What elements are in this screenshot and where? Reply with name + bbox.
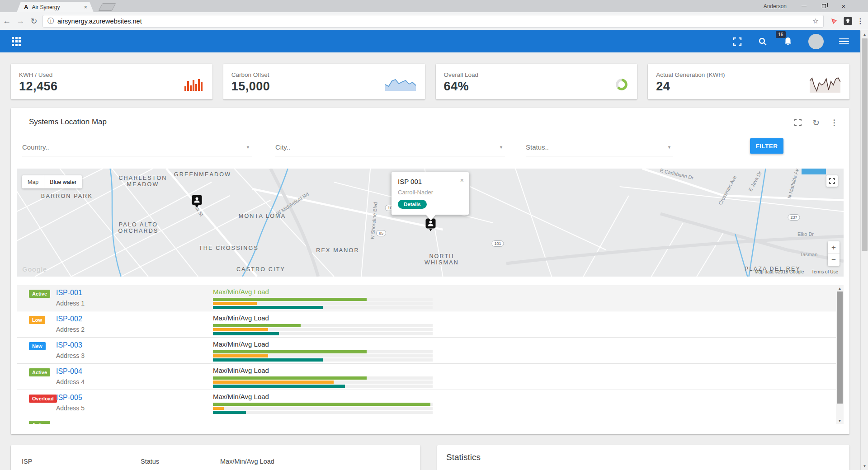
back-button[interactable]: ← [0,16,14,26]
map-fullscreen-button[interactable] [826,175,838,187]
status-badge: New [29,342,46,350]
filter-button[interactable]: FILTER [750,138,783,154]
isp-row[interactable]: LowISP-002Address 2Max/Min/Avg Load [17,311,844,338]
zoom-in-button[interactable]: + [828,241,840,254]
kpi-row: KWH / Used 12,456 Carbon Offset 15,000 O… [11,64,849,99]
tab-title: Air Synergy [32,4,83,10]
notifications-bell-icon[interactable]: 16 [783,37,793,47]
new-tab-button[interactable] [98,3,116,11]
forward-button[interactable]: → [14,16,27,26]
map-area-label: CHARLESTONMEADOW [118,175,167,188]
app-top-bar: 16 [0,30,860,52]
isp-link[interactable]: ISP-001 [56,289,82,297]
isp-link[interactable]: ISP-003 [56,341,82,349]
isp-address: Address 5 [56,404,85,412]
load-bar-track [213,376,433,380]
url-text[interactable]: airsynergy.azurewebsites.net [57,18,812,25]
country-select[interactable]: Country.. ▼ [22,138,252,156]
isp-address: Address 1 [56,300,85,307]
window-close-button[interactable]: × [834,0,854,12]
bookmark-star-icon[interactable]: ☆ [812,17,819,25]
load-bar-avg [213,385,345,388]
map-filters: Country.. ▼ City.. ▼ Status.. ▼ FILTER [17,138,844,156]
kpi-value: 24 [656,80,725,94]
page-scrollbar-thumb[interactable] [862,38,868,251]
map-marker-icon[interactable] [192,195,202,210]
mini-area-chart [385,78,416,93]
map-type-blue-water-button[interactable]: Blue water [44,175,82,188]
menu-hamburger-icon[interactable] [839,37,849,46]
window-restore-button[interactable] [814,0,834,12]
apps-grid-icon[interactable] [11,37,21,47]
scroll-down-icon[interactable]: ▼ [836,418,844,424]
tab-close-icon[interactable]: × [83,4,88,10]
status-select[interactable]: Status.. ▼ [526,138,673,156]
map-area-label: REX MANOR [316,247,359,254]
isp-link[interactable]: ISP-004 [56,367,82,376]
load-bar-track [213,381,433,384]
page-info-icon[interactable]: ⓘ [47,17,54,25]
isp-row[interactable]: ActiveISP-004Address 4Max/Min/Avg Load [17,364,844,390]
card-refresh-icon[interactable]: ↻ [812,118,820,127]
statistics-title: Statistics [446,452,840,462]
window-minimize-button[interactable] [794,0,814,12]
load-bar-min [213,381,334,384]
load-bar-max [213,403,430,406]
highway-shield: 85 [376,230,386,236]
load-bar-track [213,324,433,327]
isp-list: ActiveISP-001Address 1Max/Min/Avg LoadLo… [17,285,844,424]
google-map[interactable]: Map Blue water + − ISP 001 × Carroll-Nad… [17,169,844,277]
terms-of-use-link[interactable]: Terms of Use [811,269,838,274]
isp-link[interactable]: ISP-005 [56,394,82,402]
details-button[interactable]: Details [398,200,427,209]
card-kebab-icon[interactable]: ⋮ [830,118,838,127]
isp-table-card: ISP Status Max/Min/Avg Load [11,445,420,470]
browser-tab[interactable]: A Air Synergy × [17,2,94,12]
extension-icon-red[interactable] [827,17,841,25]
isp-row[interactable]: OverloadISP-005Address 5Max/Min/Avg Load [17,390,844,416]
isp-row[interactable]: Active [17,416,844,424]
site-favicon: A [24,4,28,10]
load-bar-track [213,302,433,305]
address-bar[interactable]: ⓘ airsynergy.azurewebsites.net ☆ [42,15,824,28]
load-label: Max/Min/Avg Load [213,340,433,348]
isp-link[interactable]: ISP-002 [56,315,82,323]
chevron-down-icon: ▼ [667,145,671,150]
zoom-out-button[interactable]: − [828,254,840,266]
scroll-down-icon[interactable]: ▼ [861,462,868,470]
card-fullscreen-icon[interactable] [794,118,802,127]
load-block: Max/Min/Avg Load [213,393,433,415]
list-scrollbar-thumb[interactable] [837,291,843,404]
kpi-card-carbon-offset: Carbon Offset 15,000 [223,64,425,99]
isp-row[interactable]: ActiveISP-001Address 1Max/Min/Avg Load [17,285,844,311]
city-select[interactable]: City.. ▼ [275,138,505,156]
table-header-load: Max/Min/Avg Load [220,458,274,470]
fullscreen-icon[interactable] [732,37,742,47]
list-scrollbar[interactable]: ▲ ▼ [836,285,844,424]
search-icon[interactable] [758,37,768,47]
map-zoom-control: + − [828,241,840,266]
browser-menu-icon[interactable]: ⋮ [854,17,866,25]
isp-row[interactable]: NewISP-003Address 3Max/Min/Avg Load [17,338,844,364]
reload-button[interactable]: ↻ [27,16,41,26]
load-label: Max/Min/Avg Load [213,367,433,374]
map-area-label: THE CROSSINGS [199,245,259,251]
kpi-card-overall-load: Overall Load 64% [436,64,637,99]
google-logo: Google [22,265,47,273]
load-bar-track [213,385,433,388]
kpi-value: 12,456 [19,80,58,94]
scroll-up-icon[interactable]: ▲ [836,285,844,291]
kpi-label: Carbon Offset [231,71,270,78]
scroll-up-icon[interactable]: ▲ [861,31,868,38]
page-scrollbar[interactable]: ▲ ▼ [860,31,868,470]
user-avatar[interactable] [808,34,824,49]
load-bar-avg [213,306,323,309]
extension-icon-lightbulb[interactable] [841,17,854,25]
mini-donut-chart [615,78,628,93]
info-window-close-icon[interactable]: × [460,177,464,184]
map-type-map-button[interactable]: Map [22,175,44,188]
load-bar-max [213,376,367,380]
card-title: Systems Location Map [29,118,107,127]
info-window-subtitle: Carroll-Nader [398,189,462,196]
load-label: Max/Min/Avg Load [213,314,433,322]
